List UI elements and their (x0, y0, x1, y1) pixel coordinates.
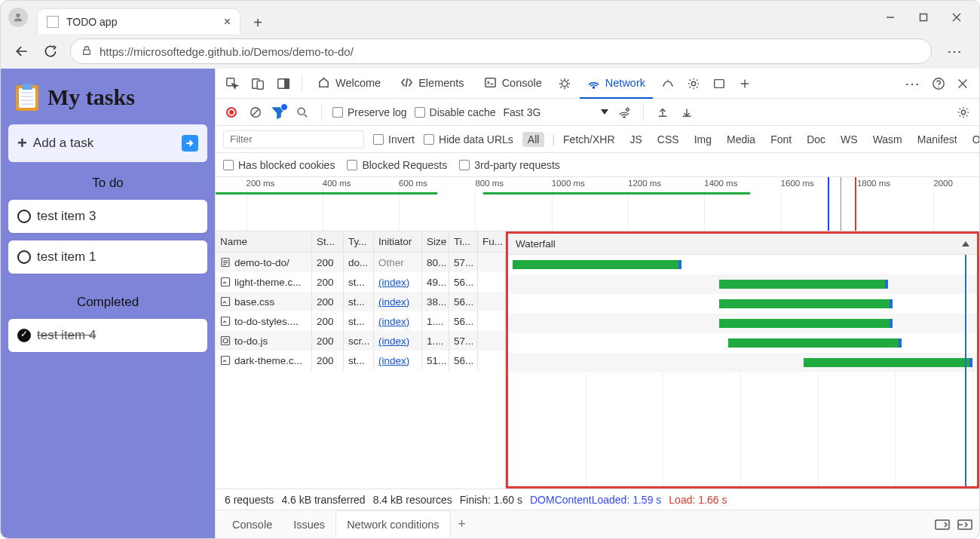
lock-icon (81, 45, 92, 58)
task-item-done[interactable]: test item 4 (8, 319, 207, 352)
request-row[interactable]: light-theme.c...200st...(index)49...56..… (216, 272, 505, 292)
debugger-icon[interactable] (554, 73, 575, 94)
more-tools-icon[interactable] (709, 73, 730, 94)
maximize-button[interactable] (907, 6, 940, 29)
add-tab-icon[interactable] (734, 73, 755, 94)
type-filter-img[interactable]: Img (689, 132, 717, 147)
type-filter-doc[interactable]: Doc (801, 132, 831, 147)
drawer-add-tab[interactable]: + (451, 516, 473, 532)
performance-icon[interactable] (657, 73, 678, 94)
column-header[interactable]: Ty... (344, 231, 374, 252)
add-task-input[interactable]: + Add a task (8, 124, 207, 162)
task-checkbox[interactable] (17, 210, 31, 223)
close-devtools-icon[interactable] (952, 73, 973, 94)
svg-rect-45 (222, 278, 230, 286)
help-icon[interactable] (928, 73, 949, 94)
task-checkbox[interactable] (17, 329, 31, 342)
column-header[interactable]: Fu... (478, 231, 505, 252)
request-row[interactable]: demo-to-do/200do...Other80...57... (216, 253, 505, 272)
browser-menu-button[interactable]: ⋯ (942, 42, 967, 60)
type-filter-font[interactable]: Font (765, 132, 797, 147)
waterfall-body[interactable] (508, 255, 977, 486)
waterfall-row[interactable] (508, 255, 977, 274)
waterfall-row[interactable] (508, 294, 977, 314)
profile-button[interactable] (8, 8, 28, 27)
type-filter-js[interactable]: JS (625, 132, 648, 147)
type-filter-manifest[interactable]: Manifest (912, 132, 963, 147)
column-header[interactable]: Name (216, 231, 312, 252)
svg-rect-19 (485, 78, 495, 87)
task-label: test item 3 (37, 209, 96, 224)
waterfall-header[interactable]: Waterfall (508, 234, 977, 255)
import-har-icon[interactable] (654, 104, 671, 121)
drawer-console[interactable]: Console (222, 510, 283, 539)
export-har-icon[interactable] (678, 104, 695, 121)
waterfall-row[interactable] (508, 353, 977, 372)
type-filter-media[interactable]: Media (721, 132, 761, 147)
filter-toggle-button[interactable] (271, 106, 286, 119)
tab-console[interactable]: Console (476, 69, 550, 99)
blocked-requests-checkbox[interactable]: Blocked Requests (347, 159, 447, 171)
type-filter-other[interactable]: Other (967, 132, 979, 147)
invert-checkbox[interactable]: Invert (373, 133, 415, 145)
drawer-issues[interactable]: Issues (283, 510, 335, 539)
column-header[interactable]: Ti... (449, 231, 478, 252)
type-filter-all[interactable]: All (522, 132, 545, 147)
network-settings-icon[interactable] (955, 104, 972, 121)
waterfall-row[interactable] (508, 314, 977, 333)
clear-button[interactable] (247, 104, 264, 121)
tab-elements[interactable]: Elements (393, 69, 471, 99)
svg-rect-50 (222, 357, 230, 365)
task-checkbox[interactable] (17, 250, 31, 264)
throttling-caret-icon[interactable] (601, 109, 608, 115)
close-tab-icon[interactable]: × (224, 15, 231, 29)
task-item[interactable]: test item 3 (8, 200, 207, 233)
type-filter-fetchxhr[interactable]: Fetch/XHR (558, 132, 620, 147)
drawer-network-conditions[interactable]: Network conditions (335, 510, 451, 539)
type-filter-ws[interactable]: WS (835, 132, 863, 147)
type-filter-wasm[interactable]: Wasm (868, 132, 908, 147)
waterfall-row[interactable] (508, 333, 977, 353)
browser-window: TODO app × + https://microsoftedge.githu… (0, 0, 980, 539)
back-button[interactable] (13, 42, 31, 60)
search-button[interactable] (294, 104, 311, 121)
application-gear-icon[interactable] (683, 73, 704, 94)
preserve-log-checkbox[interactable]: Preserve log (332, 106, 407, 118)
third-party-checkbox[interactable]: 3rd-party requests (459, 159, 560, 171)
dock-side-icon[interactable] (273, 73, 294, 94)
network-conditions-icon[interactable] (616, 104, 632, 121)
drawer-collapse-icon[interactable] (957, 518, 973, 531)
refresh-button[interactable] (41, 42, 60, 60)
has-blocked-cookies-checkbox[interactable]: Has blocked cookies (223, 159, 335, 171)
request-row[interactable]: to-do.js200scr...(index)1....57... (216, 331, 505, 351)
waterfall-row[interactable] (508, 274, 977, 294)
devtools-menu-button[interactable]: ⋯ (900, 75, 925, 93)
browser-tab[interactable]: TODO app × (37, 8, 240, 34)
tab-welcome[interactable]: Welcome (310, 69, 388, 99)
request-row[interactable]: to-do-styles....200st...(index)1....56..… (216, 311, 505, 331)
address-bar[interactable]: https://microsoftedge.github.io/Demos/de… (70, 38, 932, 64)
minimize-button[interactable] (874, 6, 907, 29)
throttling-select[interactable]: Fast 3G (504, 106, 541, 118)
column-header[interactable]: St... (312, 231, 344, 252)
inspect-element-icon[interactable] (222, 73, 243, 94)
disable-cache-checkbox[interactable]: Disable cache (415, 106, 496, 118)
timeline-overview[interactable]: 200 ms400 ms600 ms800 ms1000 ms1200 ms14… (216, 177, 979, 231)
request-row[interactable]: base.css200st...(index)38...56... (216, 292, 505, 311)
column-header[interactable]: Initiator (374, 231, 422, 252)
task-item[interactable]: test item 1 (8, 240, 207, 274)
column-header[interactable]: Size (422, 231, 449, 252)
filter-input[interactable] (223, 130, 364, 149)
plus-icon: + (17, 133, 27, 153)
hide-data-urls-checkbox[interactable]: Hide data URLs (424, 133, 513, 145)
new-tab-button[interactable]: + (247, 11, 269, 34)
record-button[interactable] (223, 104, 240, 121)
type-filter-css[interactable]: CSS (652, 132, 684, 147)
close-window-button[interactable] (940, 6, 973, 29)
svg-rect-46 (222, 298, 230, 306)
submit-task-button[interactable] (182, 135, 198, 152)
tab-network[interactable]: Network (580, 69, 653, 99)
drawer-expand-icon[interactable] (934, 518, 951, 531)
request-row[interactable]: dark-theme.c...200st...(index)51...56... (216, 351, 505, 370)
device-emulation-icon[interactable] (247, 73, 268, 94)
